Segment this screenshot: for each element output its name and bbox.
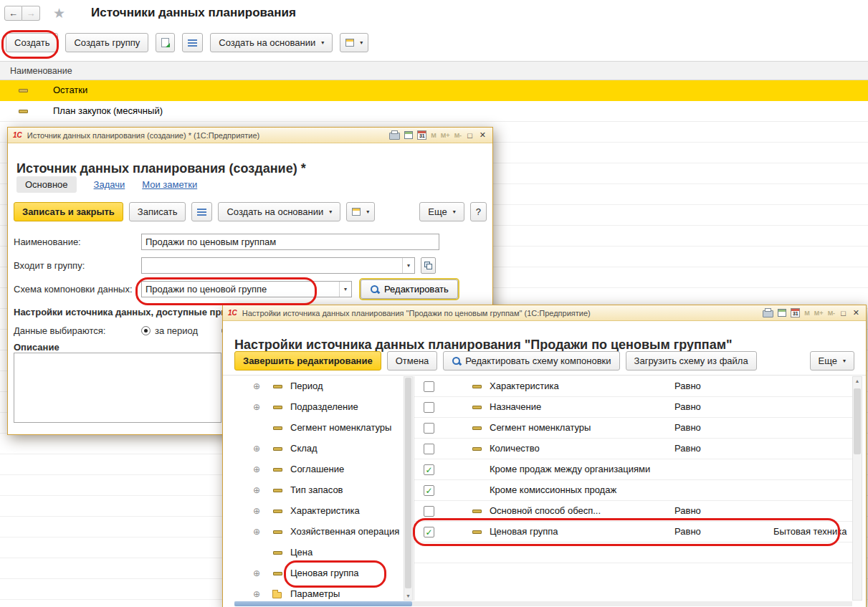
expand-icon[interactable]: ⊕ [253,464,260,474]
expand-icon[interactable]: ⊕ [253,381,260,391]
tree-item[interactable]: Сегмент номенклатуры [234,418,404,439]
filter-row[interactable]: ✓ Кроме комиссионных продаж [414,480,852,501]
tree-item[interactable]: ⊕ Подразделение [234,397,404,418]
save-button[interactable]: Записать [129,202,186,221]
table-icon[interactable] [404,131,413,139]
scrollbar-thumb[interactable] [234,601,412,606]
cancel-button[interactable]: Отмена [387,351,438,371]
maximize-icon[interactable]: □ [466,131,474,140]
filter-row[interactable]: Сегмент номенклатуры Равно [414,418,852,439]
row-checkbox[interactable]: ✓ [424,464,434,475]
tree-item[interactable]: ⊕ Характеристика [234,501,404,522]
window-titlebar[interactable]: 1С Источник данных планирования (создани… [8,128,492,143]
expand-icon[interactable]: ⊕ [253,444,260,454]
edit-schema-composition-button[interactable]: Редактировать схему компоновки [443,351,619,371]
dropdown-caret-icon[interactable]: ▾ [339,282,351,297]
tree-item[interactable]: Цена [234,543,404,563]
filter-row[interactable]: Характеристика Равно [414,376,852,397]
form-settings-button[interactable]: ▾ [340,33,368,52]
tree-item[interactable]: ⊕ Период [234,376,404,397]
close-icon[interactable]: ✕ [852,308,861,317]
filter-row[interactable]: Основной способ обесп... Равно [414,501,852,522]
expand-icon[interactable]: ⊕ [253,506,260,516]
tree-item[interactable]: ⊕ Склад [234,439,404,459]
expand-icon[interactable]: ⊕ [253,402,260,412]
radio-for-period[interactable] [141,326,151,335]
expand-icon[interactable]: ⊕ [253,527,260,537]
filter-row[interactable]: ✓ Кроме продаж между организациями [414,459,852,480]
create-group-button[interactable]: Создать группу [65,33,148,52]
row-checkbox[interactable] [424,402,434,413]
edit-schema-button[interactable]: Редактировать [361,279,458,299]
expand-icon[interactable]: ⊕ [253,485,260,495]
window-titlebar[interactable]: 1С Настройки источника данных планирован… [223,305,866,321]
memory-m-button[interactable]: M [804,310,810,317]
filter-row[interactable]: Назначение Равно [414,397,852,418]
more-button[interactable]: Еще ▾ [419,202,464,221]
schema-input[interactable] [142,282,339,297]
expand-icon[interactable]: ⊕ [253,589,260,599]
load-schema-button[interactable]: Загрузить схему из файла [626,351,757,371]
tab-main[interactable]: Основное [16,176,77,193]
filter-field-label: Количество [490,443,540,454]
create-based-on-button[interactable]: Создать на основании ▾ [218,202,340,221]
scrollbar-thumb[interactable] [854,388,861,454]
tab-notes[interactable]: Мои заметки [142,179,197,190]
set-list-button[interactable] [182,33,203,52]
set-list-button[interactable] [191,202,212,221]
scroll-down-icon[interactable]: ▼ [404,593,412,598]
row-checkbox[interactable]: ✓ [424,485,434,496]
scroll-up-icon[interactable]: ▲ [853,378,862,383]
copy-item-button[interactable] [156,33,175,52]
help-button[interactable]: ? [470,202,487,221]
print-icon[interactable] [763,308,773,317]
create-based-on-button[interactable]: Создать на основании ▾ [210,33,333,52]
description-textarea[interactable] [14,353,221,423]
create-button[interactable]: Создать [6,33,58,52]
tab-tasks[interactable]: Задачи [94,179,125,190]
memory-m-minus-button[interactable]: M- [828,310,836,317]
grid-scrollbar[interactable]: ▲ [852,376,862,601]
group-input[interactable] [142,258,402,273]
back-button[interactable]: ← [4,6,22,21]
memory-m-minus-button[interactable]: M- [454,132,462,139]
tree-scrollbar[interactable]: ▼ [404,376,413,601]
memory-m-plus-button[interactable]: M+ [441,132,450,139]
list-column-header[interactable]: Наименование [0,61,868,80]
group-field-label: Входит в группу: [14,260,85,271]
form-settings-button[interactable]: ▾ [346,202,375,221]
calendar-icon[interactable]: 31 [791,308,800,317]
dropdown-caret-icon[interactable]: ▾ [402,258,414,273]
memory-m-button[interactable]: M [431,132,437,139]
scrollbar-thumb[interactable] [405,378,411,588]
list-row-selected[interactable]: Остатки [0,80,868,101]
table-icon[interactable] [778,309,786,317]
row-checkbox[interactable] [424,506,434,517]
tree-item[interactable]: ⊕ Хозяйственная операция [234,522,404,543]
expand-icon[interactable]: ⊕ [253,568,260,578]
tree-item[interactable]: ⊕ Соглашение [234,459,404,480]
row-checkbox[interactable]: ✓ [424,527,434,537]
horizontal-scrollbar[interactable] [234,601,852,606]
maximize-icon[interactable]: □ [839,309,847,317]
open-group-button[interactable] [421,257,436,274]
name-input[interactable] [141,234,439,250]
filter-row-price-group[interactable]: ✓ Ценовая группа Равно Бытовая техника [414,522,852,543]
favorite-star-icon[interactable]: ★ [53,5,65,21]
forward-button[interactable]: → [22,6,40,21]
tree-item-parameters[interactable]: ⊕ Параметры [234,584,404,601]
row-checkbox[interactable] [424,381,434,392]
list-row[interactable]: План закупок (месячный) [0,101,868,122]
tree-item[interactable]: ⊕ Тип запасов [234,480,404,501]
more-button[interactable]: Еще ▾ [810,351,854,371]
tree-item-price-group[interactable]: ⊕ Ценовая группа [234,563,404,584]
row-checkbox[interactable] [424,423,434,434]
row-checkbox[interactable] [424,444,434,454]
save-and-close-button[interactable]: Записать и закрыть [14,202,123,221]
filter-row[interactable]: Количество Равно [414,439,852,459]
memory-m-plus-button[interactable]: M+ [814,310,824,317]
print-icon[interactable] [389,130,400,140]
calendar-icon[interactable]: 31 [417,130,426,140]
finish-editing-button[interactable]: Завершить редактирование [234,351,381,371]
close-icon[interactable]: ✕ [478,130,487,140]
